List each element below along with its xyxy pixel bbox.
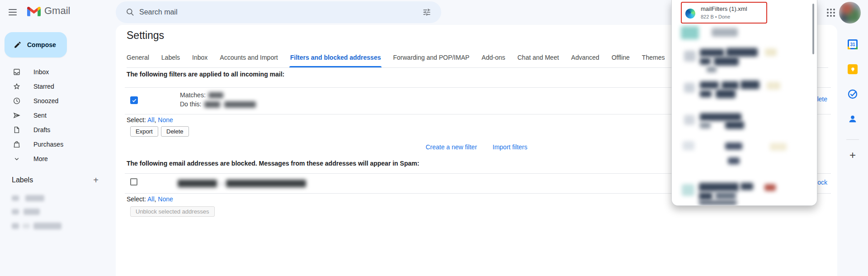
tab-themes[interactable]: Themes <box>642 54 665 67</box>
side-panel-rail: 31 + <box>837 25 868 276</box>
select-label: Select: <box>127 195 146 203</box>
gmail-m-icon <box>27 6 41 16</box>
do-this-label: Do this: <box>180 100 201 108</box>
download-item-blurred[interactable] <box>672 110 807 138</box>
keep-icon[interactable] <box>844 60 862 78</box>
draft-icon <box>13 126 21 134</box>
search-bar <box>116 1 441 23</box>
sidebar-nav: Inbox Starred Snoozed Sent Drafts Purcha… <box>0 65 111 166</box>
sidebar-item-label: Inbox <box>33 68 49 76</box>
download-item-blurred[interactable] <box>672 23 807 44</box>
gmail-logo-text: Gmail <box>44 5 70 17</box>
chevron-down-icon <box>13 155 21 163</box>
popup-scrollbar[interactable] <box>812 4 814 54</box>
gmail-logo[interactable]: Gmail <box>27 5 70 17</box>
tab-advanced[interactable]: Advanced <box>571 54 599 67</box>
label-item-blurred[interactable] <box>0 207 111 219</box>
sidebar-item-more[interactable]: More <box>0 152 111 166</box>
search-icon[interactable] <box>121 3 139 21</box>
labels-title: Labels <box>0 176 89 184</box>
download-item-blurred[interactable] <box>672 78 807 104</box>
sidebar-item-label: Purchases <box>33 141 63 148</box>
filters-section-heading: The following filters are applied to all… <box>127 71 284 78</box>
matches-value-blurred <box>208 92 223 98</box>
sidebar-item-sent[interactable]: Sent <box>0 108 111 123</box>
label-item-blurred[interactable] <box>0 221 111 233</box>
send-icon <box>13 111 21 119</box>
tab-offline[interactable]: Offline <box>612 54 630 67</box>
sidebar-item-drafts[interactable]: Drafts <box>0 123 111 137</box>
rail-divider <box>846 139 859 140</box>
blocked-section-heading: The following email addresses are blocke… <box>127 160 419 167</box>
blocked-select-row: Select: All, None <box>127 195 173 203</box>
tab-accounts-and-import[interactable]: Accounts and Import <box>220 54 278 67</box>
compose-label: Compose <box>27 41 56 48</box>
downloads-popup: mailFilters (1).xml 822 B • Done <box>671 0 817 206</box>
blocked-row-checkbox[interactable] <box>130 178 137 186</box>
sidebar-item-purchases[interactable]: Purchases <box>0 137 111 152</box>
menu-icon <box>9 9 17 10</box>
sidebar-item-label: Drafts <box>33 126 50 133</box>
select-all-link[interactable]: All <box>147 195 155 203</box>
tasks-icon[interactable] <box>844 85 862 103</box>
select-none-link[interactable]: None <box>158 195 173 203</box>
sidebar-item-label: Starred <box>33 83 54 90</box>
select-none-link[interactable]: None <box>158 116 173 124</box>
blocked-email-blurred <box>178 180 217 187</box>
calendar-icon[interactable]: 31 <box>844 35 862 53</box>
export-button[interactable]: Export <box>130 126 158 137</box>
select-all-link[interactable]: All <box>147 116 155 124</box>
tab-labels[interactable]: Labels <box>161 54 180 67</box>
labels-header: Labels + <box>0 174 111 186</box>
compose-button[interactable]: Compose <box>5 32 67 57</box>
create-new-filter-link[interactable]: Create a new filter <box>425 143 477 151</box>
download-item-blurred[interactable] <box>672 139 807 168</box>
import-filters-link[interactable]: Import filters <box>493 143 528 151</box>
contacts-icon[interactable] <box>844 110 862 128</box>
download-file-meta: 822 B • Done <box>701 14 730 19</box>
tab-inbox[interactable]: Inbox <box>192 54 208 67</box>
filters-select-row: Select: All, None <box>127 116 173 124</box>
sidebar-item-label: More <box>33 155 48 162</box>
tab-general[interactable]: General <box>127 54 149 67</box>
tab-add-ons[interactable]: Add-ons <box>481 54 505 67</box>
tab-filters-and-blocked-addresses[interactable]: Filters and blocked addresses <box>290 54 381 67</box>
sidebar-item-label: Snoozed <box>33 97 58 105</box>
tab-forwarding-and-pop-imap[interactable]: Forwarding and POP/IMAP <box>393 54 469 67</box>
do-this-value-blurred <box>224 101 256 108</box>
main-menu-button[interactable] <box>6 6 19 19</box>
unblock-selected-button[interactable]: Unblock selected addresses <box>130 206 215 217</box>
download-item-blurred[interactable] <box>672 45 807 76</box>
clock-icon <box>13 97 21 105</box>
add-label-icon[interactable]: + <box>89 173 103 187</box>
sidebar-item-label: Sent <box>33 112 47 119</box>
add-panel-icon[interactable]: + <box>844 146 862 164</box>
delete-button[interactable]: Delete <box>161 126 189 137</box>
sidebar-item-starred[interactable]: Starred <box>0 79 111 94</box>
do-this-value-blurred <box>204 101 220 108</box>
sidebar-item-snoozed[interactable]: Snoozed <box>0 94 111 108</box>
download-item-blurred[interactable] <box>672 180 807 206</box>
pencil-icon <box>14 41 22 49</box>
inbox-icon <box>13 68 21 76</box>
label-item-blurred[interactable] <box>0 194 111 205</box>
matches-label: Matches: <box>180 91 206 99</box>
blocked-email-dash <box>219 183 225 185</box>
edge-browser-icon <box>685 9 695 19</box>
page-title: Settings <box>127 29 164 42</box>
avatar[interactable] <box>839 2 861 24</box>
select-label: Select: <box>127 116 146 124</box>
filter-row-checkbox[interactable] <box>130 96 138 104</box>
shopping-bag-icon <box>13 140 21 148</box>
search-input[interactable] <box>139 8 418 16</box>
search-options-icon[interactable] <box>418 3 436 21</box>
tab-chat-and-meet[interactable]: Chat and Meet <box>518 54 559 67</box>
download-file-name: mailFilters (1).xml <box>701 5 747 12</box>
sidebar-item-inbox[interactable]: Inbox <box>0 65 111 79</box>
blocked-email-blurred <box>226 180 306 187</box>
star-icon <box>13 82 21 90</box>
download-item-highlighted[interactable]: mailFilters (1).xml 822 B • Done <box>681 2 767 24</box>
google-apps-icon[interactable] <box>824 5 838 20</box>
